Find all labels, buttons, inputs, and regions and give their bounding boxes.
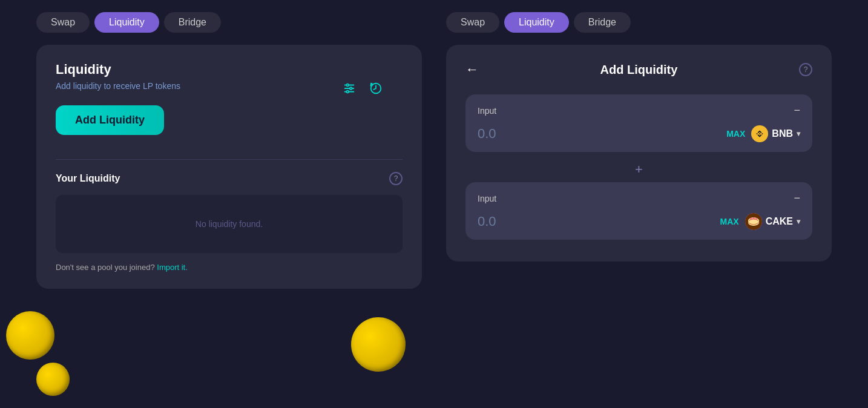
max-button-1[interactable]: MAX <box>726 129 745 139</box>
right-tab-bridge[interactable]: Bridge <box>574 12 631 33</box>
input-value-2[interactable] <box>478 214 538 229</box>
settings-icon-button[interactable] <box>340 79 359 98</box>
your-liquidity-header: Your Liquidity ? <box>56 172 403 185</box>
input-box-2: Input − MAX <box>465 182 812 240</box>
svg-point-14 <box>755 218 757 220</box>
add-liquidity-header: ← Add Liquidity ? <box>465 62 812 77</box>
right-nav-tabs: Swap Liquidity Bridge <box>446 12 832 33</box>
svg-point-4 <box>350 87 352 90</box>
input-box-1: Input − MAX <box>465 94 812 152</box>
history-icon <box>369 82 383 95</box>
back-button[interactable]: ← <box>465 62 479 77</box>
svg-point-3 <box>346 84 349 87</box>
import-prompt: Don't see a pool you joined? Import it. <box>56 263 403 272</box>
right-panel: Swap Liquidity Bridge ← Add Liquidity ? … <box>446 12 832 289</box>
history-icon-button[interactable] <box>366 79 386 98</box>
svg-point-5 <box>346 91 349 93</box>
add-liquidity-card: ← Add Liquidity ? Input − MAX <box>446 45 832 262</box>
your-liquidity-title: Your Liquidity <box>56 173 120 184</box>
svg-point-12 <box>750 218 752 220</box>
divider <box>56 159 403 160</box>
input-minus-2[interactable]: − <box>794 192 800 205</box>
input-label-1: Input − <box>478 104 800 117</box>
empty-liquidity-state: No liquidity found. <box>56 195 403 253</box>
plus-separator: + <box>465 157 812 182</box>
add-liquidity-title: Add Liquidity <box>600 63 678 77</box>
token-selector-cake[interactable]: CAKE ▾ <box>745 213 800 230</box>
your-liquidity-help-icon[interactable]: ? <box>389 172 403 185</box>
input-label-2: Input − <box>478 192 800 205</box>
left-tab-swap[interactable]: Swap <box>36 12 90 33</box>
token-selector-bnb[interactable]: BNB ▾ <box>751 125 800 142</box>
right-tab-swap[interactable]: Swap <box>446 12 499 33</box>
left-nav-tabs: Swap Liquidity Bridge <box>36 12 422 33</box>
add-liquidity-help-icon[interactable]: ? <box>799 63 812 76</box>
import-link[interactable]: Import it. <box>157 263 188 272</box>
cake-chevron-icon: ▾ <box>797 217 800 226</box>
input-right-2: MAX <box>720 213 800 230</box>
bnb-token-name: BNB <box>772 128 793 139</box>
settings-icon <box>343 82 356 95</box>
left-panel: Swap Liquidity Bridge Liquidity Add liqu… <box>36 12 422 289</box>
max-button-2[interactable]: MAX <box>720 217 739 226</box>
card-header: Liquidity Add liquidity to receive LP to… <box>56 62 403 91</box>
cake-token-icon <box>745 213 762 230</box>
left-tab-bridge[interactable]: Bridge <box>164 12 221 33</box>
input-value-1[interactable] <box>478 126 538 142</box>
left-tab-liquidity[interactable]: Liquidity <box>94 12 159 33</box>
add-liquidity-button[interactable]: Add Liquidity <box>56 105 164 135</box>
input-row-1: MAX BNB ▾ <box>478 125 800 142</box>
input-label-text-1: Input <box>478 106 496 116</box>
bnb-chevron-icon: ▾ <box>797 130 800 138</box>
input-label-text-2: Input <box>478 194 496 203</box>
svg-point-13 <box>752 217 755 220</box>
input-right-1: MAX BNB ▾ <box>726 125 800 142</box>
card-title: Liquidity <box>56 62 403 77</box>
card-actions <box>340 79 386 98</box>
right-tab-liquidity[interactable]: Liquidity <box>504 12 569 33</box>
input-minus-1[interactable]: − <box>794 104 800 117</box>
input-row-2: MAX <box>478 213 800 230</box>
bnb-token-icon <box>751 125 768 142</box>
liquidity-card: Liquidity Add liquidity to receive LP to… <box>36 45 422 289</box>
cake-token-name: CAKE <box>766 216 793 227</box>
